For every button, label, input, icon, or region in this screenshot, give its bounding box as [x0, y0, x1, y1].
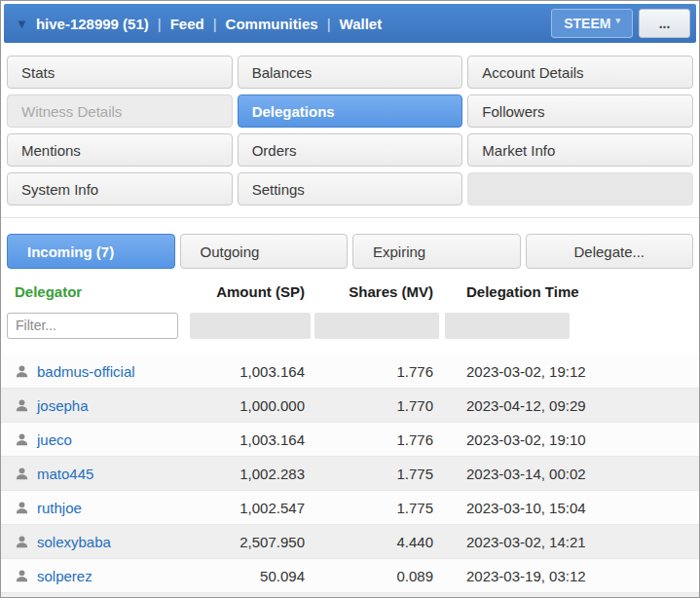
delegation-time-cell: 2023-03-02, 14:21 — [441, 534, 699, 550]
delegator-link[interactable]: josepha — [37, 397, 89, 414]
user-icon — [15, 535, 29, 549]
amount-cell: 1,000.000 — [188, 397, 313, 414]
nav-grid-empty-cell — [467, 172, 693, 206]
delegator-link[interactable]: badmus-official — [37, 363, 135, 380]
delegations-table: Delegator Amount (SP) Shares (MV) Delega… — [1, 275, 699, 598]
amount-cell: 1,002.547 — [188, 500, 313, 516]
shares-cell: 1.776 — [313, 363, 441, 380]
tab-incoming[interactable]: Incoming (7) — [7, 234, 175, 269]
shares-cell: 1.775 — [313, 466, 441, 482]
filter-cell-amount — [190, 313, 311, 339]
shares-cell: 0.089 — [313, 568, 441, 584]
user-icon — [15, 569, 29, 583]
topnav-feed[interactable]: Feed — [170, 16, 204, 32]
currency-label: STEEM — [564, 16, 610, 31]
shares-cell: 1.770 — [313, 397, 441, 414]
delegation-time-cell: 2023-03-19, 03:12 — [441, 568, 699, 584]
delegation-tabs: Incoming (7) Outgoing Expiring Delegate.… — [1, 218, 699, 269]
nav-button-balances[interactable]: Balances — [238, 56, 463, 89]
currency-select-button[interactable]: STEEM▾ — [551, 9, 633, 38]
nav-button-stats[interactable]: Stats — [7, 56, 233, 89]
amount-cell: 50.094 — [188, 568, 313, 584]
delegator-link[interactable]: ruthjoe — [37, 500, 82, 516]
nav-button-delegations[interactable]: Delegations — [238, 94, 463, 128]
nav-button-account-details[interactable]: Account Details — [467, 56, 693, 89]
separator: | — [213, 16, 217, 32]
nav-button-orders[interactable]: Orders — [238, 133, 463, 167]
more-options-button[interactable]: ... — [639, 9, 690, 38]
table-row: badmus-official 1,003.164 1.776 2023-03-… — [1, 355, 699, 389]
tab-delegate[interactable]: Delegate... — [526, 234, 694, 269]
column-header-shares[interactable]: Shares (MV) — [313, 283, 441, 300]
column-header-delegator[interactable]: Delegator — [1, 283, 188, 300]
account-dropdown-caret[interactable]: ▼ — [16, 17, 28, 31]
filter-input[interactable] — [7, 313, 178, 339]
table-row: jueco 1,003.164 1.776 2023-03-02, 19:10 — [1, 423, 699, 457]
amount-cell: 1,003.164 — [188, 431, 313, 448]
table-row: solperez 50.094 0.089 2023-03-19, 03:12 — [1, 559, 699, 593]
shares-cell: 1.776 — [313, 431, 441, 448]
column-header-amount[interactable]: Amount (SP) — [188, 283, 313, 300]
table-row: mato445 1,002.283 1.775 2023-03-14, 00:0… — [1, 457, 699, 491]
amount-cell: 1,002.283 — [188, 466, 313, 482]
user-icon — [15, 398, 29, 413]
amount-cell: 2,507.950 — [188, 534, 313, 550]
delegator-link[interactable]: mato445 — [37, 466, 93, 482]
tab-outgoing[interactable]: Outgoing — [180, 234, 349, 269]
filter-row — [1, 308, 699, 343]
table-body: badmus-official 1,003.164 1.776 2023-03-… — [1, 355, 699, 598]
nav-button-mentions[interactable]: Mentions — [7, 133, 233, 167]
separator: | — [158, 16, 162, 32]
separator: | — [327, 16, 331, 32]
user-icon — [15, 432, 29, 447]
table-header-row: Delegator Amount (SP) Shares (MV) Delega… — [1, 275, 699, 308]
table-row: ruthjoe 1,002.547 1.775 2023-03-10, 15:0… — [1, 491, 699, 525]
amount-cell: 1,003.164 — [188, 363, 313, 380]
topnav-communities[interactable]: Communities — [226, 16, 318, 32]
tab-expiring[interactable]: Expiring — [352, 234, 521, 269]
nav-button-witness-details: Witness Details — [7, 94, 233, 128]
topnav-wallet[interactable]: Wallet — [340, 16, 383, 32]
shares-cell: 4.440 — [313, 534, 441, 550]
account-name[interactable]: hive-128999 (51) — [36, 16, 149, 32]
topbar: ▼ hive-128999 (51) | Feed | Communities … — [4, 4, 696, 43]
filter-cell-shares — [314, 313, 439, 339]
section-nav-grid: Stats Balances Account Details Witness D… — [1, 46, 699, 206]
table-row: solexybaba 2,507.950 4.440 2023-03-02, 1… — [1, 525, 699, 559]
nav-button-market-info[interactable]: Market Info — [467, 133, 693, 167]
topbar-right: STEEM▾ ... — [551, 9, 690, 38]
delegator-link[interactable]: solperez — [37, 568, 92, 584]
nav-button-system-info[interactable]: System Info — [7, 172, 233, 206]
delegation-time-cell: 2023-03-10, 15:04 — [441, 500, 699, 516]
user-icon — [15, 501, 29, 515]
delegation-time-cell: 2023-03-02, 19:12 — [441, 363, 699, 380]
shares-cell: 1.775 — [313, 500, 441, 516]
user-icon — [15, 364, 29, 379]
nav-button-settings[interactable]: Settings — [238, 172, 463, 206]
filter-cell-time — [445, 313, 570, 339]
delegation-time-cell: 2023-03-14, 00:02 — [441, 466, 699, 482]
next-row-partial — [1, 593, 699, 598]
delegator-link[interactable]: jueco — [37, 431, 72, 448]
user-icon — [15, 467, 29, 481]
table-row: josepha 1,000.000 1.770 2023-04-12, 09:2… — [1, 389, 699, 423]
column-header-delegation-time[interactable]: Delegation Time — [441, 283, 699, 300]
nav-button-followers[interactable]: Followers — [467, 94, 693, 128]
delegation-time-cell: 2023-04-12, 09:29 — [441, 397, 699, 414]
delegation-time-cell: 2023-03-02, 19:10 — [441, 431, 699, 448]
delegator-link[interactable]: solexybaba — [37, 534, 111, 550]
chevron-down-icon: ▾ — [615, 16, 620, 25]
